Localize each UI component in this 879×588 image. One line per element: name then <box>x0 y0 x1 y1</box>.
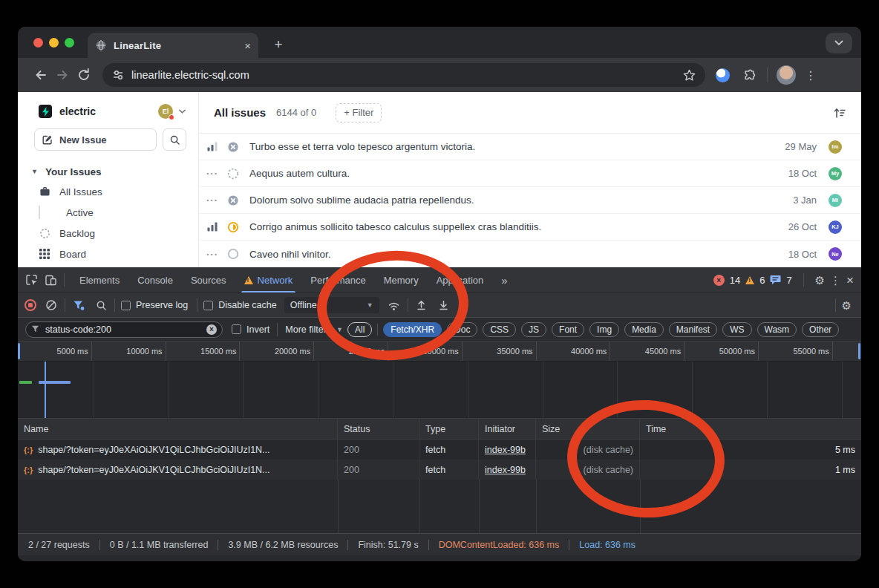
search-button[interactable] <box>163 128 186 151</box>
more-filters-button[interactable]: More filters <box>285 324 331 335</box>
pill-css[interactable]: CSS <box>483 322 516 337</box>
bookmark-star-icon[interactable] <box>682 68 696 82</box>
address-bar[interactable]: linearlite.electric-sql.com <box>102 63 705 87</box>
pill-font[interactable]: Font <box>552 322 584 337</box>
tab-sources[interactable]: Sources <box>182 267 235 293</box>
pill-wasm[interactable]: Wasm <box>757 322 797 337</box>
pill-media[interactable]: Media <box>624 322 664 337</box>
throttling-dropdown[interactable]: Offline ▼ <box>284 297 379 313</box>
timeline-left-handle[interactable] <box>18 343 20 359</box>
pill-manifest[interactable]: Manifest <box>669 322 717 337</box>
issues-bubble-icon[interactable] <box>770 275 781 285</box>
more-tabs-button[interactable]: » <box>492 267 516 293</box>
network-filter-input[interactable]: status-code:200 × <box>25 321 223 338</box>
device-toolbar-icon[interactable] <box>43 272 58 287</box>
workspace-avatar[interactable]: El <box>158 104 173 119</box>
clear-network-log-icon[interactable] <box>44 298 59 313</box>
sidebar-item-all-issues[interactable]: All Issues <box>18 181 198 202</box>
issue-row[interactable]: ··· Aequus autem cultura. 18 Oct My <box>199 160 861 187</box>
disable-cache-checkbox[interactable] <box>203 301 213 310</box>
new-issue-button[interactable]: New Issue <box>34 128 157 151</box>
status-cancelled-icon[interactable] <box>226 141 241 153</box>
status-backlog-icon[interactable] <box>226 168 241 180</box>
priority-medium-icon[interactable] <box>205 222 220 232</box>
column-header-name[interactable]: Name <box>18 419 338 439</box>
error-count-icon[interactable]: × <box>713 275 725 286</box>
tab-close-icon[interactable]: × <box>244 40 251 51</box>
sidebar-item-board[interactable]: Board <box>18 244 198 264</box>
tab-application[interactable]: Application <box>428 267 493 293</box>
extension-icon[interactable] <box>716 68 730 82</box>
sort-icon[interactable] <box>833 107 846 119</box>
forward-icon[interactable] <box>55 68 70 82</box>
devtools-menu-icon[interactable]: ⋮ <box>830 275 841 286</box>
assignee-avatar[interactable]: Im <box>829 140 842 154</box>
reload-icon[interactable] <box>76 68 91 82</box>
close-window-button[interactable] <box>33 38 43 48</box>
priority-none-icon[interactable]: ··· <box>205 168 220 179</box>
request-initiator-link[interactable]: index-99b <box>485 445 526 455</box>
workspace-row[interactable]: electric El <box>39 104 186 119</box>
status-in-progress-icon[interactable] <box>226 221 241 233</box>
tab-search-button[interactable] <box>826 33 852 53</box>
network-settings-icon[interactable]: ⚙ <box>842 300 852 311</box>
warning-count[interactable]: 6 <box>759 275 765 286</box>
timeline-ruler[interactable]: 5000 ms 10000 ms 15000 ms 20000 ms 25000… <box>18 342 861 362</box>
column-header-initiator[interactable]: Initiator <box>479 419 536 439</box>
column-header-status[interactable]: Status <box>338 419 419 439</box>
column-header-type[interactable]: Type <box>419 419 479 439</box>
devtools-close-icon[interactable]: × <box>846 274 854 287</box>
maximize-window-button[interactable] <box>65 38 74 48</box>
assignee-avatar[interactable]: KJ <box>829 220 842 234</box>
pill-ws[interactable]: WS <box>722 322 751 337</box>
issue-row[interactable]: Corrigo animus sollicito tabesco calculu… <box>199 214 861 241</box>
back-icon[interactable] <box>33 68 48 82</box>
assignee-avatar[interactable]: Ne <box>829 247 842 261</box>
request-initiator-link[interactable]: index-99b <box>485 465 526 475</box>
clear-filter-icon[interactable]: × <box>206 324 217 335</box>
browser-menu-icon[interactable]: ⋮ <box>805 68 817 82</box>
issue-row[interactable]: ··· Dolorum solvo sublime audacia patria… <box>199 187 861 214</box>
pill-all[interactable]: All <box>347 322 372 337</box>
extensions-puzzle-icon[interactable] <box>742 68 757 82</box>
status-todo-icon[interactable] <box>226 248 241 260</box>
profile-avatar[interactable] <box>777 65 796 85</box>
sidebar-section-your-issues[interactable]: ▼ Your Issues <box>18 162 198 181</box>
tab-network[interactable]: Network <box>235 267 302 293</box>
sidebar-item-backlog[interactable]: Backlog <box>18 223 198 244</box>
assignee-avatar[interactable]: My <box>829 167 842 180</box>
status-cancelled-icon[interactable] <box>226 195 241 206</box>
record-network-log-button[interactable] <box>24 299 36 311</box>
error-count[interactable]: 14 <box>730 275 740 286</box>
timeline-right-handle[interactable] <box>858 343 860 359</box>
warning-count-icon[interactable] <box>745 276 754 284</box>
tab-memory[interactable]: Memory <box>375 267 428 293</box>
priority-none-icon[interactable]: ··· <box>205 195 220 206</box>
inspect-element-icon[interactable] <box>24 272 39 287</box>
network-overview-waterfall[interactable] <box>18 362 861 419</box>
sidebar-item-active[interactable]: Active <box>18 202 198 223</box>
assignee-avatar[interactable]: Mi <box>829 194 842 207</box>
pill-js[interactable]: JS <box>521 322 546 337</box>
network-request-row[interactable]: {:} shape/?token=eyJ0eXAiOiJKV1QiLCJhbGc… <box>18 440 861 460</box>
filter-funnel-icon[interactable] <box>71 298 86 313</box>
issues-count[interactable]: 7 <box>786 275 791 286</box>
issue-row[interactable]: ··· Caveo nihil vinitor. 18 Oct Ne <box>199 241 861 267</box>
import-har-icon[interactable] <box>414 298 429 313</box>
column-header-time[interactable]: Time <box>640 419 861 439</box>
browser-tab[interactable]: LinearLite × <box>88 33 258 58</box>
tab-performance[interactable]: Performance <box>301 267 374 293</box>
search-network-icon[interactable] <box>94 298 108 313</box>
export-har-icon[interactable] <box>437 298 451 313</box>
filter-button[interactable]: + Filter <box>336 103 382 122</box>
priority-medium-icon[interactable] <box>205 142 220 151</box>
devtools-settings-icon[interactable]: ⚙ <box>815 275 825 286</box>
invert-checkbox[interactable] <box>232 324 241 334</box>
new-tab-button[interactable]: + <box>269 35 288 54</box>
minimize-window-button[interactable] <box>49 38 59 48</box>
network-conditions-icon[interactable] <box>387 298 402 313</box>
column-header-size[interactable]: Size <box>536 419 640 439</box>
issue-row[interactable]: Turbo esse et terra volo tepesco argentu… <box>199 134 861 160</box>
network-request-row[interactable]: {:} shape/?token=eyJ0eXAiOiJKV1QiLCJhbGc… <box>18 460 861 480</box>
pill-other[interactable]: Other <box>802 322 839 337</box>
